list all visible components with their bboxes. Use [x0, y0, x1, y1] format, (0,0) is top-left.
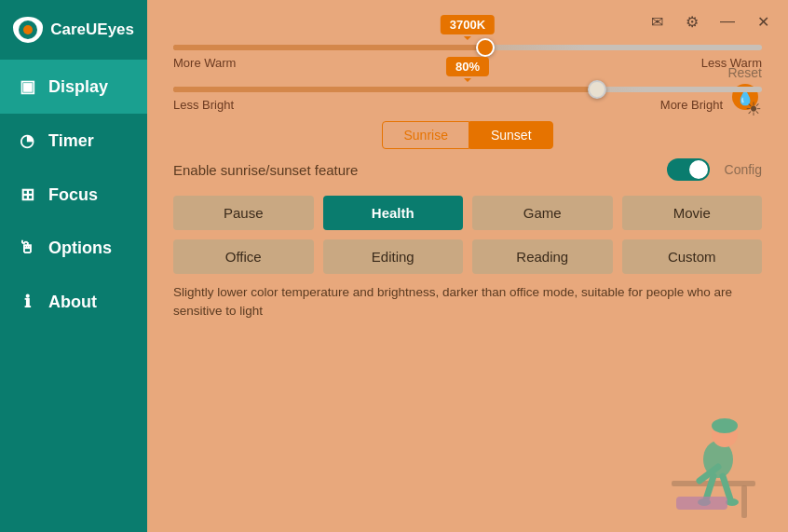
email-icon: ✉	[651, 13, 663, 31]
titlebar: ✉ ⚙ — ✕	[632, 0, 788, 43]
app-title: CareUEyes	[50, 20, 134, 39]
minimize-icon: —	[720, 13, 735, 30]
close-button[interactable]: ✕	[749, 7, 777, 35]
settings-button[interactable]: ⚙	[678, 7, 706, 35]
mode-movie-button[interactable]: Movie	[622, 196, 763, 230]
sidebar-item-timer[interactable]: ◔ Timer	[0, 114, 147, 168]
mode-grid: Pause Health Game Movie Office Editing R…	[173, 196, 762, 274]
mode-editing-button[interactable]: Editing	[323, 239, 464, 274]
sidebar-item-label-about: About	[48, 293, 97, 312]
main-content: ✉ ⚙ — ✕ Reset 💧 3700K More Warm	[147, 0, 788, 532]
more-warm-label: More Warm	[173, 56, 236, 70]
less-bright-label: Less Bright	[173, 98, 234, 112]
brightness-track[interactable]	[173, 87, 762, 92]
logo-eye-icon	[13, 17, 43, 43]
brightness-tooltip: 80%	[446, 57, 489, 76]
sidebar: CareUEyes ▣ Display ◔ Timer ⊞ Focus 🖱 Op…	[0, 0, 147, 532]
more-bright-label: More Bright	[660, 98, 723, 112]
brightness-labels: Less Bright More Bright ☀	[173, 98, 762, 112]
timer-icon: ◔	[17, 130, 37, 151]
temperature-tooltip: 3700K	[441, 15, 495, 34]
display-content: 3700K More Warm Less Warm 80%	[147, 9, 788, 336]
sunrise-sunset-tabs: Sunrise Sunset	[173, 121, 762, 149]
sidebar-item-label-display: Display	[48, 77, 108, 97]
mode-description: Slightly lower color temperature and bri…	[173, 283, 762, 321]
svg-point-4	[712, 418, 738, 433]
brightness-thumb[interactable]	[588, 80, 606, 99]
temperature-track[interactable]	[173, 45, 762, 50]
config-link[interactable]: Config	[725, 162, 762, 177]
sidebar-item-focus[interactable]: ⊞ Focus	[0, 168, 147, 222]
mode-pause-button[interactable]: Pause	[173, 196, 314, 230]
decorative-figure	[667, 392, 769, 513]
brightness-icon: ☀	[745, 98, 762, 120]
svg-point-9	[726, 498, 739, 506]
svg-line-6	[706, 476, 713, 499]
gear-icon: ⚙	[686, 13, 699, 31]
options-icon: 🖱	[17, 239, 37, 258]
svg-rect-10	[676, 497, 727, 510]
mode-game-button[interactable]: Game	[472, 196, 613, 230]
sidebar-item-label-timer: Timer	[48, 131, 94, 151]
sidebar-item-about[interactable]: ℹ About	[0, 275, 147, 329]
app-logo: CareUEyes	[0, 0, 147, 60]
close-icon: ✕	[757, 13, 769, 31]
display-icon: ▣	[17, 76, 37, 97]
enable-sunrise-label: Enable sunrise/sunset feature	[173, 162, 667, 178]
minimize-button[interactable]: —	[713, 7, 741, 35]
svg-line-7	[723, 476, 730, 499]
sidebar-item-label-focus: Focus	[48, 185, 98, 205]
mode-custom-button[interactable]: Custom	[622, 239, 763, 274]
sidebar-item-options[interactable]: 🖱 Options	[0, 222, 147, 275]
mode-reading-button[interactable]: Reading	[472, 239, 613, 274]
email-button[interactable]: ✉	[643, 7, 671, 35]
sunrise-toggle[interactable]	[667, 158, 710, 181]
mode-office-button[interactable]: Office	[173, 239, 314, 274]
mode-health-button[interactable]: Health	[323, 196, 464, 230]
about-icon: ℹ	[17, 292, 37, 312]
focus-icon: ⊞	[17, 184, 37, 205]
sunrise-sunset-toggle-row: Enable sunrise/sunset feature Config	[173, 158, 762, 181]
reset-button[interactable]: Reset	[727, 65, 762, 80]
brightness-section: 80% Less Bright More Bright ☀	[173, 87, 762, 112]
sidebar-item-label-options: Options	[48, 239, 112, 258]
temperature-slider-wrapper: 3700K	[173, 45, 762, 50]
svg-rect-1	[741, 485, 747, 518]
sunrise-tab[interactable]: Sunrise	[382, 121, 469, 149]
brightness-slider-wrapper: 80%	[173, 87, 762, 92]
sidebar-item-display[interactable]: ▣ Display	[0, 60, 147, 114]
sunset-tab[interactable]: Sunset	[469, 121, 553, 149]
sidebar-nav: ▣ Display ◔ Timer ⊞ Focus 🖱 Options ℹ Ab…	[0, 60, 147, 329]
temperature-thumb[interactable]	[476, 38, 495, 57]
